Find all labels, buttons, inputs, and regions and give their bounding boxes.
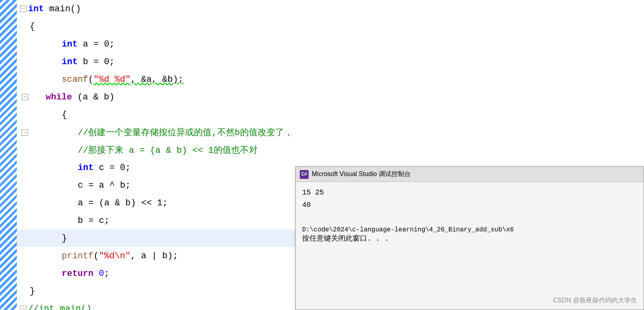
console-titlebar: C# Microsoft Visual Studio 调试控制台 (296, 167, 644, 182)
code-line-6: − while (a & b) (17, 88, 644, 106)
xor-assign: c = a ^ b; (78, 180, 131, 190)
zero-val: 0 (99, 269, 104, 279)
open-brace-1: { (30, 22, 35, 32)
scanf-args: , &a, &b); (131, 75, 184, 85)
console-icon: C# (300, 170, 309, 179)
return-val (93, 269, 99, 279)
keyword-int-3: int (62, 57, 78, 67)
shift-assign: a = (a & b) << 1; (78, 198, 168, 208)
code-line-5: scanf("%d %d", &a, &b); (17, 71, 644, 88)
console-title: Microsoft Visual Studio 调试控制台 (312, 170, 411, 178)
code-line-3: int a = 0; (17, 35, 644, 53)
var-b: b = 0; (78, 57, 115, 67)
keyword-int-4: int (78, 163, 94, 173)
collapse-icon-8[interactable]: − (22, 129, 28, 136)
watermark: CSDN @熬夜敲代码的大学生 (553, 296, 637, 305)
scanf-format: "%d %d" (93, 75, 130, 85)
console-output-3 (302, 212, 637, 223)
printf-fn: printf (62, 251, 93, 261)
left-stripe (0, 0, 17, 310)
console-icon-text: C# (301, 172, 307, 177)
code-line-8: − //创建一个变量存储按位异或的值,不然b的值改变了， (17, 124, 644, 141)
console-output-2: 40 (302, 199, 637, 211)
while-cond: (a & b) (72, 92, 115, 102)
comment-2: //那接下来 a = (a & b) << 1的值也不对 (78, 144, 258, 156)
keyword-return: return (62, 269, 93, 279)
console-output-1: 15 25 (302, 187, 637, 199)
printf-format: "%d\n" (99, 251, 130, 261)
b-assign: b = c; (78, 216, 109, 226)
scanf-fn: scanf (62, 75, 88, 85)
console-prompt: 按任意键关闭此窗口. . . (302, 233, 637, 243)
collapse-icon-1[interactable]: − (20, 6, 26, 12)
var-a: a = 0; (78, 39, 115, 49)
keyword-while: while (46, 92, 72, 102)
console-path: D:\code\2024\c-language-learning\4_26_Bi… (302, 226, 637, 233)
code-line-7: { (17, 106, 644, 124)
open-brace-2: { (62, 110, 67, 120)
var-c: c = 0; (94, 163, 131, 173)
code-line-1: − int main() (17, 0, 644, 18)
comment-main: //int main() (28, 304, 91, 310)
keyword-int-2: int (62, 39, 78, 49)
code-line-4: int b = 0; (17, 53, 644, 71)
comment-1: //创建一个变量存储按位异或的值,不然b的值改变了， (78, 126, 293, 138)
console-window: C# Microsoft Visual Studio 调试控制台 15 25 4… (295, 166, 644, 310)
code-line-2: { (17, 18, 644, 35)
close-brace-1: } (62, 233, 67, 243)
printf-args: , a | b); (131, 251, 178, 261)
collapse-icon-18[interactable]: − (20, 306, 26, 310)
code-editor: − int main() { int a = 0; int b = 0; (0, 0, 644, 310)
keyword-int-1: int (28, 4, 44, 14)
close-brace-2: } (30, 286, 35, 296)
code-main: main() (44, 4, 81, 14)
code-line-9: //那接下来 a = (a & b) << 1的值也不对 (17, 141, 644, 159)
collapse-icon-6[interactable]: − (22, 94, 28, 100)
console-body: 15 25 40 D:\code\2024\c-language-learnin… (296, 182, 644, 310)
